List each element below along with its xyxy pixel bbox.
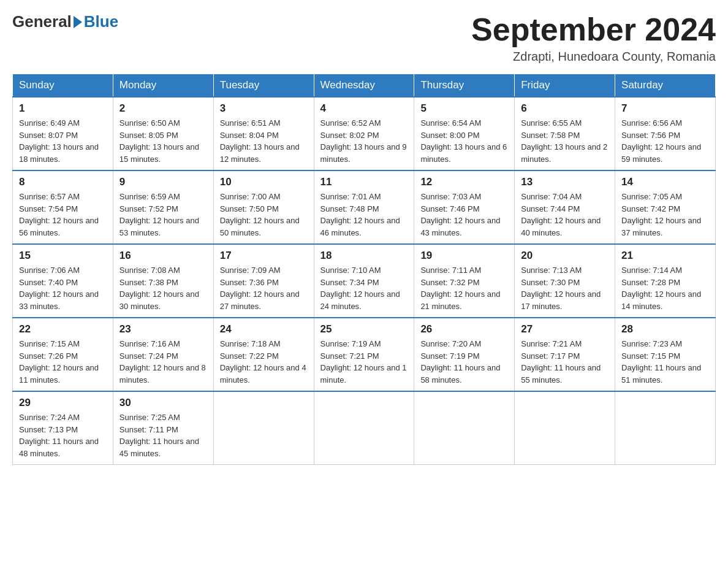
table-row: [414, 391, 515, 465]
table-row: 13 Sunrise: 7:04 AM Sunset: 7:44 PM Dayl…: [515, 170, 615, 244]
calendar-header-row: Sunday Monday Tuesday Wednesday Thursday…: [13, 74, 716, 98]
table-row: 30 Sunrise: 7:25 AM Sunset: 7:11 PM Dayl…: [113, 391, 213, 465]
table-row: 8 Sunrise: 6:57 AM Sunset: 7:54 PM Dayli…: [13, 170, 113, 244]
title-section: September 2024 Zdrapti, Hunedoara County…: [471, 12, 716, 64]
calendar-week-3: 15 Sunrise: 7:06 AM Sunset: 7:40 PM Dayl…: [13, 244, 716, 318]
day-number: 14: [621, 176, 709, 188]
table-row: 10 Sunrise: 7:00 AM Sunset: 7:50 PM Dayl…: [213, 170, 314, 244]
table-row: 24 Sunrise: 7:18 AM Sunset: 7:22 PM Dayl…: [213, 318, 314, 391]
day-number: 22: [19, 323, 107, 335]
calendar-table: Sunday Monday Tuesday Wednesday Thursday…: [12, 74, 716, 465]
table-row: 19 Sunrise: 7:11 AM Sunset: 7:32 PM Dayl…: [414, 244, 515, 318]
table-row: 9 Sunrise: 6:59 AM Sunset: 7:52 PM Dayli…: [113, 170, 213, 244]
col-thursday: Thursday: [414, 74, 515, 98]
table-row: [515, 391, 615, 465]
day-number: 13: [521, 176, 609, 188]
day-info: Sunrise: 7:21 AM Sunset: 7:17 PM Dayligh…: [521, 338, 609, 386]
day-number: 7: [621, 102, 709, 115]
table-row: 28 Sunrise: 7:23 AM Sunset: 7:15 PM Dayl…: [615, 318, 716, 391]
day-info: Sunrise: 7:09 AM Sunset: 7:36 PM Dayligh…: [220, 264, 308, 312]
day-info: Sunrise: 6:55 AM Sunset: 7:58 PM Dayligh…: [521, 117, 609, 165]
location-text: Zdrapti, Hunedoara County, Romania: [471, 50, 716, 64]
day-number: 27: [521, 323, 609, 335]
day-number: 11: [320, 176, 408, 188]
table-row: 15 Sunrise: 7:06 AM Sunset: 7:40 PM Dayl…: [13, 244, 113, 318]
page-header: General Blue September 2024 Zdrapti, Hun…: [12, 12, 716, 64]
day-info: Sunrise: 7:10 AM Sunset: 7:34 PM Dayligh…: [320, 264, 408, 312]
day-number: 1: [19, 102, 107, 115]
day-number: 6: [521, 102, 609, 115]
table-row: 11 Sunrise: 7:01 AM Sunset: 7:48 PM Dayl…: [314, 170, 414, 244]
table-row: 12 Sunrise: 7:03 AM Sunset: 7:46 PM Dayl…: [414, 170, 515, 244]
day-number: 19: [420, 250, 508, 262]
table-row: 14 Sunrise: 7:05 AM Sunset: 7:42 PM Dayl…: [615, 170, 716, 244]
logo: General Blue: [12, 12, 118, 31]
day-info: Sunrise: 7:19 AM Sunset: 7:21 PM Dayligh…: [320, 338, 408, 386]
day-number: 15: [19, 250, 107, 262]
day-number: 20: [521, 250, 609, 262]
day-number: 5: [420, 102, 508, 115]
day-number: 4: [320, 102, 408, 115]
day-number: 28: [621, 323, 709, 335]
table-row: 22 Sunrise: 7:15 AM Sunset: 7:26 PM Dayl…: [13, 318, 113, 391]
day-info: Sunrise: 7:11 AM Sunset: 7:32 PM Dayligh…: [420, 264, 508, 312]
table-row: 3 Sunrise: 6:51 AM Sunset: 8:04 PM Dayli…: [213, 97, 314, 170]
col-friday: Friday: [515, 74, 615, 98]
day-info: Sunrise: 7:05 AM Sunset: 7:42 PM Dayligh…: [621, 191, 709, 239]
table-row: 7 Sunrise: 6:56 AM Sunset: 7:56 PM Dayli…: [615, 97, 716, 170]
calendar-week-5: 29 Sunrise: 7:24 AM Sunset: 7:13 PM Dayl…: [13, 391, 716, 465]
day-number: 8: [19, 176, 107, 188]
day-info: Sunrise: 7:25 AM Sunset: 7:11 PM Dayligh…: [119, 412, 207, 459]
day-number: 9: [119, 176, 207, 188]
day-number: 16: [119, 250, 207, 262]
table-row: [213, 391, 314, 465]
day-number: 25: [320, 323, 408, 335]
day-info: Sunrise: 7:04 AM Sunset: 7:44 PM Dayligh…: [521, 191, 609, 239]
logo-triangle-icon: [74, 16, 82, 28]
table-row: [615, 391, 716, 465]
day-number: 2: [119, 102, 207, 115]
day-info: Sunrise: 6:57 AM Sunset: 7:54 PM Dayligh…: [19, 191, 107, 239]
table-row: 20 Sunrise: 7:13 AM Sunset: 7:30 PM Dayl…: [515, 244, 615, 318]
col-saturday: Saturday: [615, 74, 716, 98]
table-row: 2 Sunrise: 6:50 AM Sunset: 8:05 PM Dayli…: [113, 97, 213, 170]
day-info: Sunrise: 6:54 AM Sunset: 8:00 PM Dayligh…: [420, 117, 508, 165]
table-row: 21 Sunrise: 7:14 AM Sunset: 7:28 PM Dayl…: [615, 244, 716, 318]
day-number: 17: [220, 250, 308, 262]
day-info: Sunrise: 7:14 AM Sunset: 7:28 PM Dayligh…: [621, 264, 709, 312]
logo-blue-text: Blue: [84, 12, 118, 31]
table-row: 6 Sunrise: 6:55 AM Sunset: 7:58 PM Dayli…: [515, 97, 615, 170]
day-number: 26: [420, 323, 508, 335]
day-info: Sunrise: 6:52 AM Sunset: 8:02 PM Dayligh…: [320, 117, 408, 165]
day-info: Sunrise: 7:00 AM Sunset: 7:50 PM Dayligh…: [220, 191, 308, 239]
month-title: September 2024: [471, 12, 716, 47]
day-number: 18: [320, 250, 408, 262]
day-info: Sunrise: 7:24 AM Sunset: 7:13 PM Dayligh…: [19, 412, 107, 459]
table-row: 18 Sunrise: 7:10 AM Sunset: 7:34 PM Dayl…: [314, 244, 414, 318]
day-info: Sunrise: 7:06 AM Sunset: 7:40 PM Dayligh…: [19, 264, 107, 312]
day-info: Sunrise: 7:01 AM Sunset: 7:48 PM Dayligh…: [320, 191, 408, 239]
day-info: Sunrise: 7:03 AM Sunset: 7:46 PM Dayligh…: [420, 191, 508, 239]
day-info: Sunrise: 6:50 AM Sunset: 8:05 PM Dayligh…: [119, 117, 207, 165]
day-info: Sunrise: 7:15 AM Sunset: 7:26 PM Dayligh…: [19, 338, 107, 386]
table-row: 16 Sunrise: 7:08 AM Sunset: 7:38 PM Dayl…: [113, 244, 213, 318]
table-row: 29 Sunrise: 7:24 AM Sunset: 7:13 PM Dayl…: [13, 391, 113, 465]
calendar-week-4: 22 Sunrise: 7:15 AM Sunset: 7:26 PM Dayl…: [13, 318, 716, 391]
table-row: 17 Sunrise: 7:09 AM Sunset: 7:36 PM Dayl…: [213, 244, 314, 318]
table-row: [314, 391, 414, 465]
day-number: 12: [420, 176, 508, 188]
day-info: Sunrise: 6:59 AM Sunset: 7:52 PM Dayligh…: [119, 191, 207, 239]
day-info: Sunrise: 7:13 AM Sunset: 7:30 PM Dayligh…: [521, 264, 609, 312]
day-number: 3: [220, 102, 308, 115]
day-number: 29: [19, 397, 107, 409]
table-row: 5 Sunrise: 6:54 AM Sunset: 8:00 PM Dayli…: [414, 97, 515, 170]
calendar-week-2: 8 Sunrise: 6:57 AM Sunset: 7:54 PM Dayli…: [13, 170, 716, 244]
day-number: 10: [220, 176, 308, 188]
table-row: 26 Sunrise: 7:20 AM Sunset: 7:19 PM Dayl…: [414, 318, 515, 391]
day-info: Sunrise: 6:49 AM Sunset: 8:07 PM Dayligh…: [19, 117, 107, 165]
day-info: Sunrise: 6:56 AM Sunset: 7:56 PM Dayligh…: [621, 117, 709, 165]
day-info: Sunrise: 7:16 AM Sunset: 7:24 PM Dayligh…: [119, 338, 207, 386]
table-row: 1 Sunrise: 6:49 AM Sunset: 8:07 PM Dayli…: [13, 97, 113, 170]
day-number: 30: [119, 397, 207, 409]
table-row: 27 Sunrise: 7:21 AM Sunset: 7:17 PM Dayl…: [515, 318, 615, 391]
